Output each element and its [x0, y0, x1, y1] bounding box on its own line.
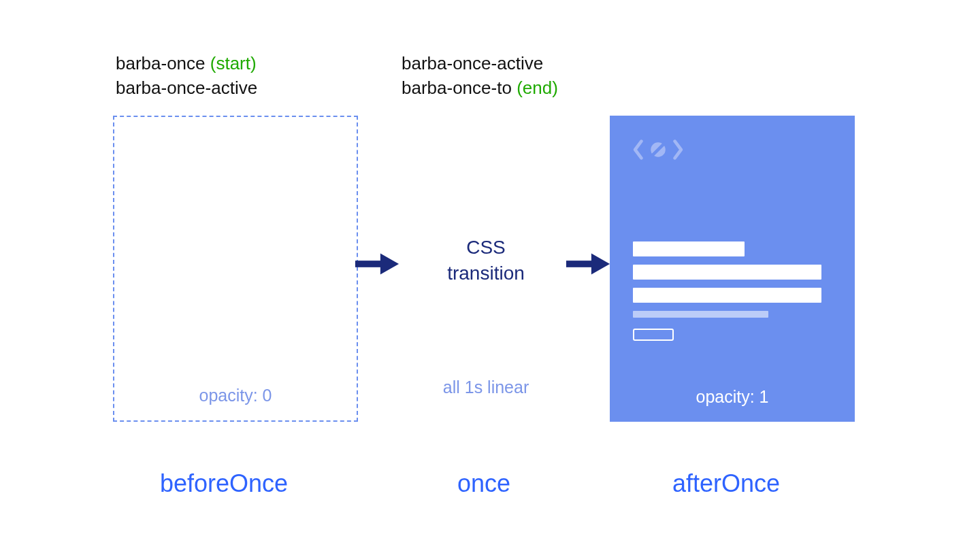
mock-text-line [633, 288, 821, 303]
class-name: barba-once-to [402, 78, 512, 98]
mock-subtext [633, 311, 768, 318]
title-line: transition [447, 263, 525, 284]
transition-value: all 1s linear [397, 378, 574, 397]
mock-content [633, 241, 832, 341]
label-line: barba-once-active [116, 76, 257, 100]
after-once-panel: opacity: 1 [610, 116, 855, 422]
mock-button [633, 329, 674, 341]
mock-text-line [633, 265, 821, 280]
class-name: barba-once [116, 53, 206, 73]
right-class-labels: barba-once-active barba-once-to (end) [402, 51, 558, 101]
barba-logo-icon [632, 136, 685, 163]
diagram-root: barba-once (start) barba-once-active bar… [0, 0, 980, 551]
transition-block: CSS transition all 1s linear [397, 235, 574, 286]
mock-heading [633, 241, 745, 256]
before-once-panel: opacity: 0 [113, 116, 358, 422]
label-line: barba-once-active [402, 51, 558, 76]
phase-after-once: afterOnce [672, 469, 780, 498]
svg-marker-3 [380, 253, 399, 274]
arrow-right-icon [354, 250, 400, 278]
phase-before-once: beforeOnce [160, 469, 288, 498]
class-name: barba-once-active [116, 78, 257, 98]
opacity-label: opacity: 1 [610, 387, 855, 407]
svg-rect-2 [355, 261, 382, 267]
title-line: CSS [466, 237, 506, 258]
class-note-end: (end) [517, 78, 558, 98]
left-class-labels: barba-once (start) barba-once-active [116, 51, 257, 101]
opacity-label: opacity: 0 [114, 386, 357, 405]
class-note-start: (start) [210, 53, 257, 73]
label-line: barba-once-to (end) [402, 76, 558, 100]
class-name: barba-once-active [402, 53, 543, 73]
phase-once: once [457, 469, 510, 498]
transition-title: CSS transition [397, 235, 574, 286]
label-line: barba-once (start) [116, 51, 257, 76]
svg-marker-5 [591, 253, 610, 274]
